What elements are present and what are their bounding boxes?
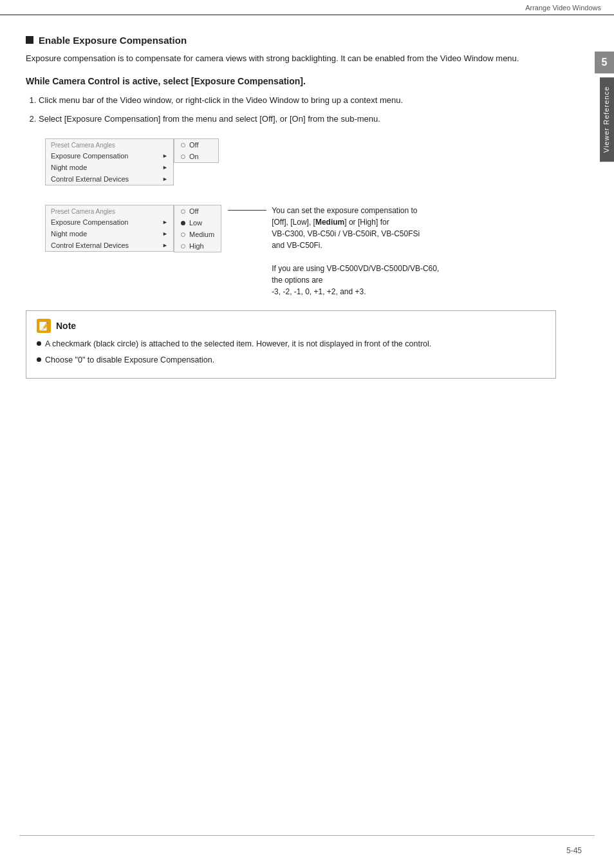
menu-screenshot-2: Preset Camera Angles Exposure Compensati…	[45, 205, 174, 252]
annotation-line4: and VB-C50Fi.	[272, 241, 322, 250]
annotation-line1: You can set the exposure compensation to	[272, 206, 417, 215]
bottom-rule	[19, 835, 595, 836]
chapter-number-tab: 5	[595, 52, 614, 73]
arrow-icon-5: ►	[162, 231, 168, 237]
menu-item-control-2[interactable]: Control External Devices ►	[46, 240, 173, 251]
top-bar-label: Arrange Video Windows	[525, 4, 601, 12]
annotation-line7: -3, -2, -1, 0, +1, +2, and +3.	[272, 287, 366, 296]
sidebar-tab: Viewer Reference	[600, 77, 614, 162]
submenu-item-off-1[interactable]: Off	[174, 139, 218, 151]
radio-empty-5	[181, 244, 185, 249]
page-number: 5-45	[566, 846, 582, 855]
bullet-icon-1	[37, 341, 41, 346]
menu-item-exposure-2[interactable]: Exposure Compensation ►	[46, 216, 173, 228]
menu-screenshot-1: Preset Camera Angles Exposure Compensati…	[45, 138, 174, 185]
note-icon: 📝	[37, 319, 51, 333]
menu-header-1: Preset Camera Angles	[46, 139, 173, 150]
menu-item-control-1[interactable]: Control External Devices ►	[46, 173, 173, 185]
annotation-line2: [Off], [Low], [Medium] or [High] for	[272, 218, 389, 227]
main-content: Enable Exposure Compensation Exposure co…	[0, 15, 595, 398]
sub-heading: While Camera Control is active, select […	[26, 76, 556, 86]
annotation-line3: VB-C300, VB-C50i / VB-C50iR, VB-C50FSi	[272, 229, 420, 238]
arrow-icon-2: ►	[162, 164, 168, 171]
submenu-item-low-2[interactable]: Low	[174, 217, 221, 229]
annotation-text: You can set the exposure compensation to…	[266, 205, 439, 297]
submenu-1: Off On	[174, 138, 219, 163]
steps-list: Click menu bar of the Video window, or r…	[39, 94, 556, 126]
note-item-2: Choose "0" to disable Exposure Compensat…	[37, 354, 545, 366]
body-text: Exposure compensation is to compensate f…	[26, 52, 556, 66]
menu-with-submenu-1: Preset Camera Angles Exposure Compensati…	[45, 138, 219, 185]
menu-with-submenu-2: Preset Camera Angles Exposure Compensati…	[45, 205, 221, 252]
note-item-1: A checkmark (black circle) is attached t…	[37, 338, 545, 350]
menu-header-2: Preset Camera Angles	[46, 205, 173, 216]
submenu-item-on-1[interactable]: On	[174, 151, 218, 162]
menu-example-1: Preset Camera Angles Exposure Compensati…	[45, 138, 556, 185]
arrow-icon-3: ►	[162, 176, 168, 182]
arrow-icon-6: ►	[162, 242, 168, 249]
menu-item-exposure-1[interactable]: Exposure Compensation ►	[46, 150, 173, 162]
step-1: Click menu bar of the Video window, or r…	[39, 94, 556, 108]
radio-filled-1	[181, 221, 185, 225]
menu-example-2: Preset Camera Angles Exposure Compensati…	[45, 205, 556, 297]
annotation-line5: If you are using VB-C500VD/VB-C500D/VB-C…	[272, 264, 439, 273]
submenu-item-off-2[interactable]: Off	[174, 205, 221, 217]
radio-empty-4	[181, 232, 185, 237]
annotation-block: You can set the exposure compensation to…	[228, 205, 439, 297]
arrow-icon-4: ►	[162, 219, 168, 225]
menu-item-night-2[interactable]: Night mode ►	[46, 228, 173, 240]
radio-empty-3	[181, 209, 185, 214]
radio-empty-1	[181, 143, 185, 147]
submenu-item-high-2[interactable]: High	[174, 240, 221, 252]
square-bullet-icon	[26, 36, 33, 44]
section-title: Enable Exposure Compensation	[39, 35, 187, 46]
line-connector	[228, 210, 266, 211]
note-title: Note	[56, 321, 76, 331]
note-header: 📝 Note	[37, 319, 545, 333]
arrow-icon-1: ►	[162, 153, 168, 159]
radio-empty-2	[181, 155, 185, 159]
submenu-item-medium-2[interactable]: Medium	[174, 229, 221, 240]
step-2: Select [Exposure Compensation] from the …	[39, 113, 556, 126]
annotation-line6: the options are	[272, 276, 322, 285]
bullet-icon-2	[37, 357, 41, 362]
note-box: 📝 Note A checkmark (black circle) is att…	[26, 310, 556, 379]
top-bar: Arrange Video Windows	[0, 0, 614, 15]
menu-item-night-1[interactable]: Night mode ►	[46, 162, 173, 173]
section-heading: Enable Exposure Compensation	[26, 35, 556, 46]
submenu-2: Off Low Medium High	[174, 205, 221, 252]
